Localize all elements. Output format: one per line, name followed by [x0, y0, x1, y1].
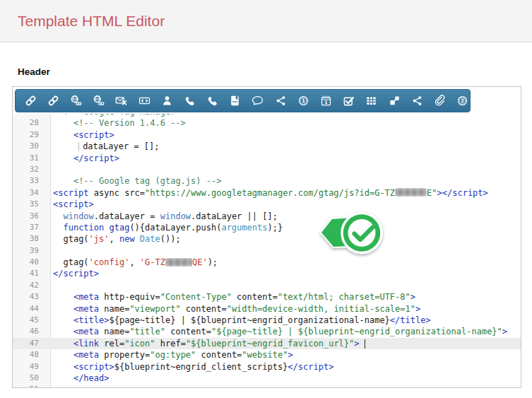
code-line-text: <!-- Google tag (gtag.js) -->	[50, 175, 221, 187]
code-line[interactable]: 49 <script>${blueprint~engrid_client_scr…	[13, 361, 521, 373]
circled-1-icon[interactable]: 1	[292, 95, 314, 107]
line-number: 41	[13, 268, 50, 279]
move-blocks-icon[interactable]	[383, 95, 406, 107]
svg-text:2: 2	[461, 98, 464, 104]
code-line-text	[50, 280, 53, 291]
line-number: 38	[13, 233, 50, 245]
line-number: 39	[13, 245, 50, 257]
code-line[interactable]: 35<script>	[13, 199, 521, 210]
line-number: 47	[13, 338, 50, 349]
code-line[interactable]: 29 <script>	[13, 129, 521, 141]
code-line[interactable]: 48 <meta property="og:type" content="web…	[13, 349, 521, 361]
line-number: 30	[13, 141, 50, 152]
section-label-header: Header	[18, 66, 50, 77]
code-line[interactable]: 50 </head>	[13, 373, 521, 384]
code-line-text: <meta name="title" content="${page~title…	[50, 326, 507, 337]
contact-icon[interactable]	[155, 95, 178, 107]
comment-icon[interactable]	[247, 95, 269, 107]
svg-text:1: 1	[324, 100, 327, 105]
code-line[interactable]: 30 dataLayer = [];	[13, 141, 521, 152]
circled-2-icon[interactable]: 2	[451, 95, 474, 107]
line-number: 50	[13, 373, 50, 384]
line-number: 42	[13, 280, 50, 291]
line-number: 36	[13, 211, 50, 222]
page-title: Template HTML Editor	[0, 0, 532, 30]
code-line-text: <script>	[50, 199, 94, 210]
line-number: 49	[13, 361, 50, 373]
html-editor: 1 1 2 27 <!-- Google Tag Manager -->28 <…	[12, 86, 521, 388]
code-line[interactable]: 47 <link rel="icon" href="${blueprint~en…	[13, 338, 521, 349]
code-line-text: </script>	[50, 153, 119, 164]
globe-link-alt-icon[interactable]	[88, 95, 110, 107]
share-nodes-alt-icon[interactable]	[406, 95, 428, 107]
redacted-text	[165, 258, 192, 267]
line-number: 48	[13, 349, 50, 361]
code-line-text: function gtag(){dataLayer.push(arguments…	[50, 222, 283, 233]
code-line[interactable]: 37 function gtag(){dataLayer.push(argume…	[13, 222, 521, 233]
line-number: 34	[13, 187, 50, 199]
line-number: 32	[13, 164, 50, 175]
code-line-text: gtag('js', new Date());	[50, 233, 181, 245]
code-line-text: <meta name="viewport" content="width=dev…	[50, 303, 420, 315]
code-line[interactable]: 39	[13, 245, 521, 257]
code-line-text: <script async src="https://www.googletag…	[50, 187, 488, 199]
editor-toolbar: 1 1 2	[15, 89, 471, 112]
svg-text:1: 1	[302, 98, 305, 104]
code-line[interactable]: 36 window.dataLayer = window.dataLayer |…	[13, 211, 521, 222]
line-number: 43	[13, 291, 50, 303]
line-number: 31	[13, 153, 50, 164]
code-line[interactable]: 51	[13, 384, 521, 387]
code-line[interactable]: 34<script async src="https://www.googlet…	[13, 187, 521, 199]
code-line[interactable]: 28 <!-- Version 1.4.6 -->	[13, 117, 521, 129]
link-alt-icon[interactable]	[42, 95, 64, 107]
phone-icon[interactable]	[178, 95, 201, 107]
code-line-text: dataLayer = [];	[50, 141, 160, 152]
code-line[interactable]: 46 <meta name="title" content="${page~ti…	[13, 326, 521, 337]
code-line-text	[50, 164, 53, 175]
globe-link-icon[interactable]	[64, 95, 87, 107]
code-lines: 27 <!-- Google Tag Manager -->28 <!-- Ve…	[13, 114, 521, 387]
code-line[interactable]: 31 </script>	[13, 153, 521, 164]
line-number: 45	[13, 315, 50, 326]
calendar-icon[interactable]: 1	[314, 95, 337, 107]
code-line[interactable]: 42	[13, 280, 521, 291]
share-nodes-icon[interactable]	[269, 95, 292, 107]
code-line-text: <link rel="icon" href="${blueprint~engri…	[50, 338, 365, 349]
code-line-text: <script>	[50, 129, 114, 141]
code-line-text: <meta http-equiv="Content-Type" content=…	[50, 291, 415, 303]
code-line-text: <script>${blueprint~engrid_client_script…	[50, 361, 333, 373]
code-line[interactable]: 32	[13, 164, 521, 175]
embed-code-icon[interactable]	[133, 95, 155, 107]
code-line[interactable]: 40 gtag('config', 'G-TZQE');	[13, 257, 521, 268]
code-line[interactable]: 33 <!-- Google tag (gtag.js) -->	[13, 175, 521, 187]
link-icon[interactable]	[19, 95, 42, 107]
paperclip-icon[interactable]	[428, 95, 451, 107]
redacted-text	[395, 188, 427, 197]
code-editor-textarea[interactable]: 27 <!-- Google Tag Manager -->28 <!-- Ve…	[13, 114, 521, 387]
line-number: 35	[13, 199, 50, 210]
line-number: 40	[13, 257, 50, 268]
line-number: 33	[13, 175, 50, 187]
line-number: 51	[13, 384, 50, 387]
text-cursor	[365, 339, 366, 349]
checkbox-checked-icon[interactable]	[338, 95, 360, 107]
line-number: 37	[13, 222, 50, 233]
code-line[interactable]: 44 <meta name="viewport" content="width=…	[13, 303, 521, 315]
code-line-text	[50, 245, 53, 257]
code-line[interactable]: 41</script>	[13, 268, 521, 279]
code-line[interactable]: 45 <title>${page~title} | ${blueprint~en…	[13, 315, 521, 326]
code-line-text: gtag('config', 'G-TZQE');	[50, 257, 218, 268]
table-icon[interactable]	[360, 95, 383, 107]
line-number: 44	[13, 303, 50, 315]
code-line[interactable]: 43 <meta http-equiv="Content-Type" conte…	[13, 291, 521, 303]
code-line[interactable]: 38 gtag('js', new Date());	[13, 233, 521, 245]
email-remove-icon[interactable]	[110, 95, 133, 107]
code-line-text: <meta property="og:type" content="websit…	[50, 349, 293, 361]
address-book-icon[interactable]	[224, 95, 247, 107]
page-header: Template HTML Editor	[0, 0, 532, 42]
line-number: 29	[13, 129, 50, 141]
phone-alt-icon[interactable]	[201, 95, 224, 107]
code-line-text: <!-- Version 1.4.6 -->	[50, 117, 186, 129]
code-line-text: window.dataLayer = window.dataLayer || […	[50, 211, 278, 222]
indent-guide	[78, 142, 79, 151]
